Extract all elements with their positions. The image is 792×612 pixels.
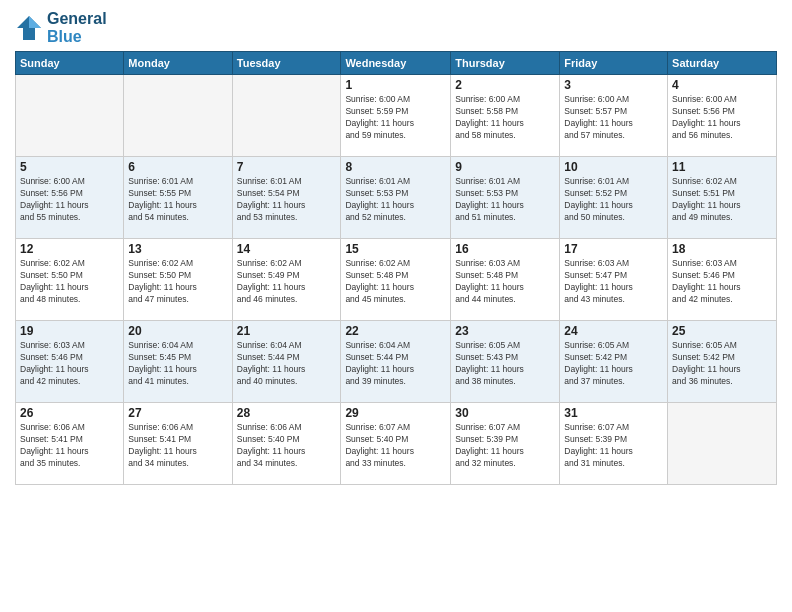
day-of-week-header: Thursday — [451, 52, 560, 75]
calendar-day-cell: 26Sunrise: 6:06 AM Sunset: 5:41 PM Dayli… — [16, 403, 124, 485]
day-number: 16 — [455, 242, 555, 256]
svg-marker-1 — [29, 16, 41, 28]
calendar-day-cell: 16Sunrise: 6:03 AM Sunset: 5:48 PM Dayli… — [451, 239, 560, 321]
calendar-day-cell: 14Sunrise: 6:02 AM Sunset: 5:49 PM Dayli… — [232, 239, 341, 321]
day-info: Sunrise: 6:04 AM Sunset: 5:45 PM Dayligh… — [128, 340, 227, 388]
day-number: 18 — [672, 242, 772, 256]
day-number: 20 — [128, 324, 227, 338]
day-number: 2 — [455, 78, 555, 92]
day-number: 24 — [564, 324, 663, 338]
calendar-day-cell: 6Sunrise: 6:01 AM Sunset: 5:55 PM Daylig… — [124, 157, 232, 239]
calendar-day-cell — [16, 75, 124, 157]
calendar-day-cell: 25Sunrise: 6:05 AM Sunset: 5:42 PM Dayli… — [668, 321, 777, 403]
day-info: Sunrise: 6:03 AM Sunset: 5:46 PM Dayligh… — [20, 340, 119, 388]
day-number: 25 — [672, 324, 772, 338]
day-info: Sunrise: 6:02 AM Sunset: 5:49 PM Dayligh… — [237, 258, 337, 306]
calendar-day-cell: 31Sunrise: 6:07 AM Sunset: 5:39 PM Dayli… — [560, 403, 668, 485]
day-number: 17 — [564, 242, 663, 256]
calendar-day-cell: 9Sunrise: 6:01 AM Sunset: 5:53 PM Daylig… — [451, 157, 560, 239]
day-number: 27 — [128, 406, 227, 420]
day-number: 7 — [237, 160, 337, 174]
calendar-day-cell: 15Sunrise: 6:02 AM Sunset: 5:48 PM Dayli… — [341, 239, 451, 321]
calendar-day-cell — [232, 75, 341, 157]
calendar-day-cell: 24Sunrise: 6:05 AM Sunset: 5:42 PM Dayli… — [560, 321, 668, 403]
day-info: Sunrise: 6:05 AM Sunset: 5:42 PM Dayligh… — [564, 340, 663, 388]
day-info: Sunrise: 6:00 AM Sunset: 5:59 PM Dayligh… — [345, 94, 446, 142]
day-info: Sunrise: 6:07 AM Sunset: 5:40 PM Dayligh… — [345, 422, 446, 470]
day-number: 26 — [20, 406, 119, 420]
header: General Blue — [15, 10, 777, 45]
calendar-day-cell: 30Sunrise: 6:07 AM Sunset: 5:39 PM Dayli… — [451, 403, 560, 485]
calendar-week-row: 5Sunrise: 6:00 AM Sunset: 5:56 PM Daylig… — [16, 157, 777, 239]
page: General Blue SundayMondayTuesdayWednesda… — [0, 0, 792, 612]
calendar-day-cell: 20Sunrise: 6:04 AM Sunset: 5:45 PM Dayli… — [124, 321, 232, 403]
day-number: 22 — [345, 324, 446, 338]
day-info: Sunrise: 6:02 AM Sunset: 5:51 PM Dayligh… — [672, 176, 772, 224]
day-number: 14 — [237, 242, 337, 256]
calendar-week-row: 1Sunrise: 6:00 AM Sunset: 5:59 PM Daylig… — [16, 75, 777, 157]
day-info: Sunrise: 6:03 AM Sunset: 5:46 PM Dayligh… — [672, 258, 772, 306]
day-info: Sunrise: 6:03 AM Sunset: 5:48 PM Dayligh… — [455, 258, 555, 306]
day-info: Sunrise: 6:01 AM Sunset: 5:53 PM Dayligh… — [455, 176, 555, 224]
calendar-week-row: 19Sunrise: 6:03 AM Sunset: 5:46 PM Dayli… — [16, 321, 777, 403]
day-info: Sunrise: 6:06 AM Sunset: 5:41 PM Dayligh… — [128, 422, 227, 470]
day-info: Sunrise: 6:01 AM Sunset: 5:54 PM Dayligh… — [237, 176, 337, 224]
day-info: Sunrise: 6:00 AM Sunset: 5:56 PM Dayligh… — [20, 176, 119, 224]
calendar-day-cell: 23Sunrise: 6:05 AM Sunset: 5:43 PM Dayli… — [451, 321, 560, 403]
day-info: Sunrise: 6:02 AM Sunset: 5:50 PM Dayligh… — [128, 258, 227, 306]
day-info: Sunrise: 6:00 AM Sunset: 5:57 PM Dayligh… — [564, 94, 663, 142]
day-of-week-header: Sunday — [16, 52, 124, 75]
day-of-week-header: Saturday — [668, 52, 777, 75]
calendar-day-cell: 4Sunrise: 6:00 AM Sunset: 5:56 PM Daylig… — [668, 75, 777, 157]
day-number: 21 — [237, 324, 337, 338]
calendar-day-cell: 18Sunrise: 6:03 AM Sunset: 5:46 PM Dayli… — [668, 239, 777, 321]
day-number: 4 — [672, 78, 772, 92]
calendar-day-cell: 3Sunrise: 6:00 AM Sunset: 5:57 PM Daylig… — [560, 75, 668, 157]
day-number: 3 — [564, 78, 663, 92]
calendar-day-cell: 10Sunrise: 6:01 AM Sunset: 5:52 PM Dayli… — [560, 157, 668, 239]
day-info: Sunrise: 6:04 AM Sunset: 5:44 PM Dayligh… — [345, 340, 446, 388]
calendar-day-cell: 8Sunrise: 6:01 AM Sunset: 5:53 PM Daylig… — [341, 157, 451, 239]
day-number: 30 — [455, 406, 555, 420]
day-info: Sunrise: 6:04 AM Sunset: 5:44 PM Dayligh… — [237, 340, 337, 388]
calendar-day-cell: 2Sunrise: 6:00 AM Sunset: 5:58 PM Daylig… — [451, 75, 560, 157]
calendar-table: SundayMondayTuesdayWednesdayThursdayFrid… — [15, 51, 777, 485]
day-info: Sunrise: 6:06 AM Sunset: 5:40 PM Dayligh… — [237, 422, 337, 470]
day-number: 31 — [564, 406, 663, 420]
calendar-day-cell — [124, 75, 232, 157]
day-number: 13 — [128, 242, 227, 256]
logo-text: General Blue — [47, 10, 107, 45]
day-info: Sunrise: 6:05 AM Sunset: 5:43 PM Dayligh… — [455, 340, 555, 388]
logo-icon — [15, 14, 43, 42]
day-number: 5 — [20, 160, 119, 174]
day-number: 8 — [345, 160, 446, 174]
calendar-day-cell: 7Sunrise: 6:01 AM Sunset: 5:54 PM Daylig… — [232, 157, 341, 239]
day-number: 23 — [455, 324, 555, 338]
day-number: 10 — [564, 160, 663, 174]
calendar-day-cell: 1Sunrise: 6:00 AM Sunset: 5:59 PM Daylig… — [341, 75, 451, 157]
calendar-day-cell: 5Sunrise: 6:00 AM Sunset: 5:56 PM Daylig… — [16, 157, 124, 239]
day-number: 9 — [455, 160, 555, 174]
day-number: 1 — [345, 78, 446, 92]
day-number: 15 — [345, 242, 446, 256]
day-info: Sunrise: 6:02 AM Sunset: 5:50 PM Dayligh… — [20, 258, 119, 306]
calendar-day-cell: 28Sunrise: 6:06 AM Sunset: 5:40 PM Dayli… — [232, 403, 341, 485]
logo: General Blue — [15, 10, 107, 45]
calendar-day-cell: 19Sunrise: 6:03 AM Sunset: 5:46 PM Dayli… — [16, 321, 124, 403]
calendar-day-cell: 22Sunrise: 6:04 AM Sunset: 5:44 PM Dayli… — [341, 321, 451, 403]
calendar-day-cell: 27Sunrise: 6:06 AM Sunset: 5:41 PM Dayli… — [124, 403, 232, 485]
calendar-day-cell: 17Sunrise: 6:03 AM Sunset: 5:47 PM Dayli… — [560, 239, 668, 321]
day-number: 12 — [20, 242, 119, 256]
day-of-week-header: Monday — [124, 52, 232, 75]
day-info: Sunrise: 6:01 AM Sunset: 5:55 PM Dayligh… — [128, 176, 227, 224]
day-number: 29 — [345, 406, 446, 420]
calendar-day-cell: 29Sunrise: 6:07 AM Sunset: 5:40 PM Dayli… — [341, 403, 451, 485]
day-info: Sunrise: 6:06 AM Sunset: 5:41 PM Dayligh… — [20, 422, 119, 470]
calendar-day-cell: 21Sunrise: 6:04 AM Sunset: 5:44 PM Dayli… — [232, 321, 341, 403]
day-number: 19 — [20, 324, 119, 338]
day-info: Sunrise: 6:02 AM Sunset: 5:48 PM Dayligh… — [345, 258, 446, 306]
calendar-day-cell: 11Sunrise: 6:02 AM Sunset: 5:51 PM Dayli… — [668, 157, 777, 239]
calendar-day-cell: 13Sunrise: 6:02 AM Sunset: 5:50 PM Dayli… — [124, 239, 232, 321]
day-info: Sunrise: 6:07 AM Sunset: 5:39 PM Dayligh… — [455, 422, 555, 470]
calendar-day-cell — [668, 403, 777, 485]
